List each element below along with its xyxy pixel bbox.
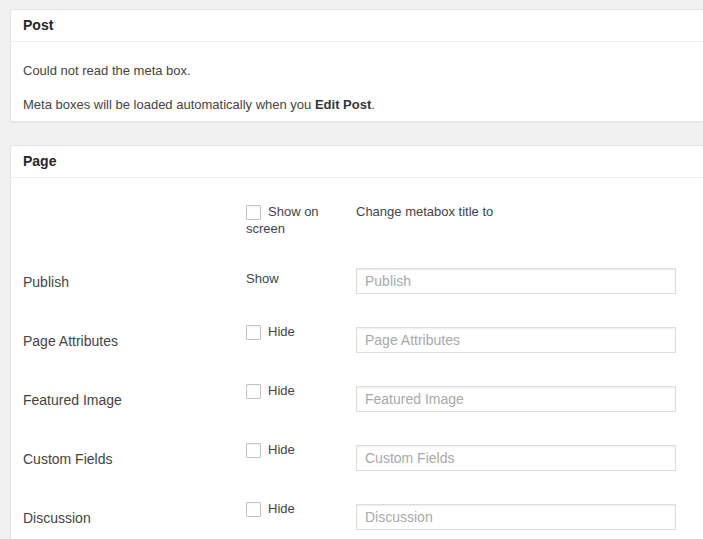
hide-checkbox[interactable] [246, 502, 261, 517]
metabox-title-input[interactable] [356, 445, 676, 471]
row-label: Custom Fields [23, 445, 246, 467]
row-input-cell [356, 504, 676, 530]
action-label: Hide [268, 501, 295, 516]
post-metabox-body: Could not read the meta box. Meta boxes … [11, 42, 703, 121]
metabox-row: Publish Show [23, 268, 693, 294]
row-action-cell: Show [246, 270, 356, 287]
row-input-cell [356, 268, 676, 294]
show-on-screen-toggle[interactable]: Show on screen [246, 204, 319, 236]
page-metabox-title: Page [11, 146, 703, 178]
action-label: Show [246, 271, 279, 286]
post-load-message-prefix: Meta boxes will be loaded automatically … [23, 97, 315, 112]
action-label: Hide [268, 383, 295, 398]
post-error-message: Could not read the meta box. [23, 62, 693, 80]
metabox-title-input[interactable] [356, 268, 676, 294]
row-input-cell [356, 327, 676, 353]
page-metabox-body: Show on screen Change metabox title to P… [11, 178, 703, 539]
row-label: Featured Image [23, 386, 246, 408]
action-label: Hide [268, 324, 295, 339]
hide-toggle[interactable]: Hide [246, 383, 295, 398]
metabox-title-input[interactable] [356, 504, 676, 530]
hide-checkbox[interactable] [246, 384, 261, 399]
metabox-title-input[interactable] [356, 327, 676, 353]
hide-toggle[interactable]: Hide [246, 442, 295, 457]
row-label: Publish [23, 268, 246, 290]
hide-checkbox[interactable] [246, 325, 261, 340]
metabox-row: Discussion Hide [23, 504, 693, 530]
row-input-cell [356, 386, 676, 412]
row-input-cell [356, 445, 676, 471]
metabox-row: Custom Fields Hide [23, 445, 693, 471]
row-action-cell: Hide [246, 382, 356, 399]
metabox-row: Featured Image Hide [23, 386, 693, 412]
post-load-message: Meta boxes will be loaded automatically … [23, 96, 693, 114]
show-on-screen-header: Show on screen [246, 203, 356, 237]
metabox-row: Page Attributes Hide [23, 327, 693, 353]
post-metabox-title: Post [11, 10, 703, 42]
page-metabox: Page Show on screen Change metabox title… [10, 145, 703, 539]
show-on-screen-checkbox[interactable] [246, 205, 261, 220]
hide-checkbox[interactable] [246, 443, 261, 458]
row-label: Page Attributes [23, 327, 246, 349]
row-label: Discussion [23, 504, 246, 526]
metabox-rows: Publish Show Page Attributes Hide Featur… [23, 268, 693, 530]
change-metabox-title-header: Change metabox title to [356, 203, 676, 220]
row-action-cell: Hide [246, 323, 356, 340]
row-action-cell: Hide [246, 500, 356, 517]
row-action-cell: Hide [246, 441, 356, 458]
action-label: Hide [268, 442, 295, 457]
metabox-title-input[interactable] [356, 386, 676, 412]
hide-toggle[interactable]: Hide [246, 324, 295, 339]
hide-toggle[interactable]: Hide [246, 501, 295, 516]
metabox-table-header: Show on screen Change metabox title to [23, 203, 693, 237]
action-text: Show [246, 271, 279, 286]
post-metabox: Post Could not read the meta box. Meta b… [10, 9, 703, 122]
edit-post-emphasis: Edit Post [315, 97, 371, 112]
post-load-message-suffix: . [371, 97, 375, 112]
